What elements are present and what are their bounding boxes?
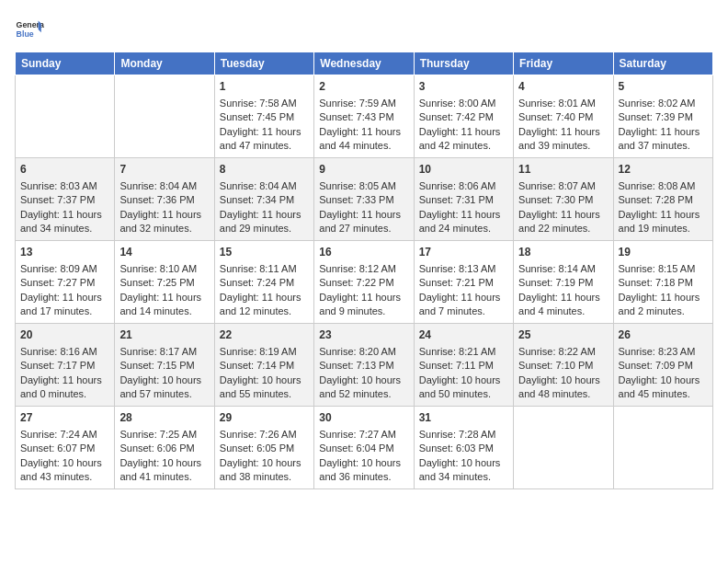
day-content: Daylight: 11 hours and 4 minutes.: [518, 291, 608, 319]
day-content: Daylight: 11 hours and 19 minutes.: [619, 208, 708, 236]
day-number: 31: [419, 410, 508, 426]
day-content: Sunrise: 8:09 AM: [20, 262, 109, 276]
day-content: Sunset: 7:22 PM: [319, 276, 408, 290]
day-content: Daylight: 10 hours and 45 minutes.: [619, 373, 708, 402]
logo-icon: General Blue: [15, 15, 44, 44]
day-number: 8: [220, 162, 309, 178]
day-content: Sunset: 7:42 PM: [419, 110, 508, 124]
calendar-cell: [514, 407, 613, 489]
day-content: Sunrise: 8:16 AM: [20, 345, 109, 359]
day-content: Sunrise: 8:08 AM: [619, 179, 708, 193]
day-number: 9: [319, 162, 408, 178]
calendar-cell: 27Sunrise: 7:24 AMSunset: 6:07 PMDayligh…: [16, 407, 115, 489]
calendar-table: SundayMondayTuesdayWednesdayThursdayFrid…: [15, 52, 713, 489]
weekday-header: Thursday: [414, 52, 513, 75]
day-content: Sunrise: 8:10 AM: [119, 262, 209, 276]
day-content: Sunrise: 8:05 AM: [319, 179, 408, 193]
calendar-week-row: 20Sunrise: 8:16 AMSunset: 7:17 PMDayligh…: [16, 324, 713, 407]
calendar-cell: 1Sunrise: 7:58 AMSunset: 7:45 PMDaylight…: [214, 75, 313, 158]
day-content: Daylight: 11 hours and 34 minutes.: [20, 208, 109, 236]
day-content: Daylight: 11 hours and 29 minutes.: [220, 208, 309, 236]
day-content: Daylight: 11 hours and 32 minutes.: [119, 208, 209, 236]
day-content: Sunset: 6:05 PM: [220, 442, 309, 455]
day-number: 7: [119, 162, 209, 178]
day-number: 5: [619, 79, 708, 95]
day-content: Sunset: 6:06 PM: [119, 442, 209, 455]
day-number: 29: [220, 410, 309, 426]
day-content: Daylight: 11 hours and 47 minutes.: [220, 125, 309, 154]
weekday-header-row: SundayMondayTuesdayWednesdayThursdayFrid…: [16, 52, 713, 75]
day-content: Daylight: 10 hours and 43 minutes.: [20, 456, 109, 485]
day-content: Sunset: 7:15 PM: [119, 359, 209, 373]
day-content: Sunset: 7:09 PM: [619, 359, 708, 373]
day-content: Sunrise: 7:27 AM: [319, 428, 408, 442]
day-number: 1: [220, 79, 309, 95]
day-content: Sunrise: 7:25 AM: [119, 428, 209, 442]
day-number: 2: [319, 79, 408, 95]
day-content: Sunset: 7:11 PM: [419, 359, 508, 373]
day-content: Daylight: 11 hours and 17 minutes.: [20, 291, 109, 319]
day-content: Sunrise: 8:20 AM: [319, 345, 408, 359]
day-number: 22: [220, 327, 309, 343]
day-content: Sunset: 7:36 PM: [119, 193, 209, 207]
day-content: Sunrise: 8:15 AM: [619, 262, 708, 276]
day-content: Sunset: 7:24 PM: [220, 276, 309, 290]
day-content: Daylight: 10 hours and 34 minutes.: [419, 456, 508, 485]
day-content: Sunrise: 7:24 AM: [20, 428, 109, 442]
calendar-cell: 20Sunrise: 8:16 AMSunset: 7:17 PMDayligh…: [16, 324, 115, 407]
day-content: Sunrise: 8:03 AM: [20, 179, 109, 193]
day-number: 18: [518, 245, 608, 260]
day-content: Sunrise: 8:23 AM: [619, 345, 708, 359]
day-number: 27: [20, 410, 109, 426]
day-content: Sunrise: 7:28 AM: [419, 428, 508, 442]
day-content: Daylight: 11 hours and 2 minutes.: [619, 291, 708, 319]
day-content: Sunset: 7:40 PM: [518, 110, 608, 124]
calendar-cell: 22Sunrise: 8:19 AMSunset: 7:14 PMDayligh…: [214, 324, 313, 407]
day-content: Daylight: 11 hours and 27 minutes.: [319, 208, 408, 236]
day-number: 13: [20, 245, 109, 260]
day-number: 23: [319, 327, 408, 343]
svg-text:Blue: Blue: [17, 29, 34, 39]
calendar-cell: 18Sunrise: 8:14 AMSunset: 7:19 PMDayligh…: [514, 241, 613, 324]
day-content: Daylight: 11 hours and 39 minutes.: [518, 125, 608, 154]
day-number: 25: [518, 327, 608, 343]
calendar-cell: 2Sunrise: 7:59 AMSunset: 7:43 PMDaylight…: [314, 75, 414, 158]
calendar-cell: 31Sunrise: 7:28 AMSunset: 6:03 PMDayligh…: [414, 407, 513, 489]
day-content: Sunrise: 8:13 AM: [419, 262, 508, 276]
calendar-cell: 11Sunrise: 8:07 AMSunset: 7:30 PMDayligh…: [514, 158, 613, 241]
day-content: Sunrise: 8:07 AM: [518, 179, 608, 193]
day-content: Daylight: 11 hours and 0 minutes.: [20, 373, 109, 402]
day-content: Daylight: 11 hours and 42 minutes.: [419, 125, 508, 154]
day-number: 15: [220, 245, 309, 260]
calendar-week-row: 6Sunrise: 8:03 AMSunset: 7:37 PMDaylight…: [16, 158, 713, 241]
day-content: Sunset: 6:07 PM: [20, 442, 109, 455]
day-content: Sunset: 7:30 PM: [518, 193, 608, 207]
calendar-week-row: 13Sunrise: 8:09 AMSunset: 7:27 PMDayligh…: [16, 241, 713, 324]
calendar-cell: 10Sunrise: 8:06 AMSunset: 7:31 PMDayligh…: [414, 158, 513, 241]
weekday-header: Tuesday: [214, 52, 313, 75]
calendar-cell: 26Sunrise: 8:23 AMSunset: 7:09 PMDayligh…: [613, 324, 712, 407]
day-content: Sunrise: 8:02 AM: [619, 97, 708, 110]
day-number: 20: [20, 327, 109, 343]
calendar-cell: 21Sunrise: 8:17 AMSunset: 7:15 PMDayligh…: [115, 324, 214, 407]
day-content: Sunset: 7:21 PM: [419, 276, 508, 290]
day-content: Daylight: 10 hours and 36 minutes.: [319, 456, 408, 485]
day-content: Sunset: 7:31 PM: [419, 193, 508, 207]
day-content: Sunset: 7:33 PM: [319, 193, 408, 207]
day-number: 24: [419, 327, 508, 343]
weekday-header: Monday: [115, 52, 214, 75]
day-number: 28: [119, 410, 209, 426]
day-content: Sunrise: 8:06 AM: [419, 179, 508, 193]
weekday-header: Sunday: [16, 52, 115, 75]
day-content: Daylight: 11 hours and 12 minutes.: [220, 291, 309, 319]
day-content: Sunrise: 8:22 AM: [518, 345, 608, 359]
day-content: Sunset: 7:18 PM: [619, 276, 708, 290]
day-number: 12: [619, 162, 708, 178]
day-content: Sunset: 7:45 PM: [220, 110, 309, 124]
day-content: Sunrise: 8:17 AM: [119, 345, 209, 359]
day-content: Sunset: 7:14 PM: [220, 359, 309, 373]
calendar-cell: [16, 75, 115, 158]
calendar-cell: 25Sunrise: 8:22 AMSunset: 7:10 PMDayligh…: [514, 324, 613, 407]
day-content: Daylight: 11 hours and 44 minutes.: [319, 125, 408, 154]
calendar-cell: [613, 407, 712, 489]
